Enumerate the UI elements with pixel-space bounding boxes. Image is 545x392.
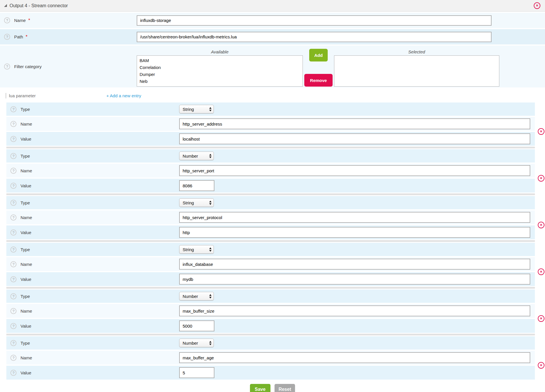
help-icon[interactable] — [10, 323, 16, 329]
name-label: Name — [21, 122, 32, 126]
delete-entry-icon[interactable] — [538, 175, 544, 182]
type-label: Type — [21, 154, 30, 158]
listbox-option[interactable]: BAM — [140, 57, 303, 64]
type-select[interactable]: String — [179, 105, 214, 113]
name-label: Name — [21, 309, 32, 313]
type-select[interactable]: String — [179, 198, 214, 207]
type-label: Type — [21, 200, 30, 205]
param-value-input[interactable] — [179, 367, 214, 378]
name-row: Name — [6, 117, 535, 131]
group-separator — [6, 287, 535, 289]
add-button[interactable]: Add — [309, 49, 328, 61]
reset-button[interactable]: Reset — [275, 384, 295, 392]
select-arrows-icon — [209, 294, 212, 298]
select-arrows-icon — [209, 201, 212, 205]
lua-parameter-bar: lua parameter + Add a new entry — [0, 89, 545, 102]
name-label: Name — [21, 355, 32, 360]
select-arrows-icon — [209, 247, 212, 252]
value-row: Value — [6, 319, 535, 333]
add-new-entry-link[interactable]: + Add a new entry — [106, 93, 141, 98]
type-select[interactable]: String — [179, 245, 214, 254]
listbox-option[interactable]: Dumper — [140, 71, 303, 78]
help-icon[interactable] — [10, 293, 16, 299]
form-actions: Save Reset — [0, 384, 545, 392]
param-name-input[interactable] — [179, 165, 530, 176]
available-column: Available BAM Correlation Dumper Neb Sto… — [137, 48, 303, 87]
delete-entry-icon[interactable] — [538, 315, 544, 322]
type-row: Type String — [6, 243, 535, 256]
parameter-group: Type Number Name Value — [6, 336, 535, 380]
value-row: Value — [6, 179, 535, 193]
path-field-row: Path * — [0, 29, 545, 44]
help-icon[interactable] — [4, 64, 10, 70]
value-label: Value — [21, 183, 31, 188]
value-row: Value — [6, 272, 535, 286]
param-value-input[interactable] — [179, 274, 530, 285]
required-asterisk: * — [28, 18, 30, 23]
delete-entry-icon[interactable] — [538, 128, 544, 135]
help-icon[interactable] — [10, 168, 16, 174]
delete-entry-icon[interactable] — [538, 268, 544, 275]
collapse-icon[interactable] — [4, 4, 7, 7]
selected-header: Selected — [334, 48, 499, 55]
name-row: Name — [6, 304, 535, 318]
delete-entry-icon[interactable] — [538, 362, 544, 369]
help-icon[interactable] — [10, 183, 16, 189]
listbox-option[interactable]: Storage — [140, 85, 303, 87]
help-icon[interactable] — [10, 247, 16, 253]
help-icon[interactable] — [10, 214, 16, 221]
help-icon[interactable] — [10, 200, 16, 206]
type-select[interactable]: Number — [179, 152, 214, 160]
group-separator — [6, 193, 535, 195]
top-fields: Name * Path * Filter category Available … — [0, 13, 545, 87]
type-row: Type String — [6, 196, 535, 209]
param-value-input[interactable] — [179, 320, 214, 331]
help-icon[interactable] — [10, 229, 16, 236]
type-label: Type — [21, 294, 30, 299]
help-icon[interactable] — [10, 121, 16, 127]
name-input[interactable] — [137, 15, 492, 26]
name-field-label: Name — [14, 18, 26, 23]
help-icon[interactable] — [10, 370, 16, 376]
help-icon[interactable] — [10, 340, 16, 346]
parameter-group: Type String Name Value — [6, 243, 535, 286]
help-icon[interactable] — [10, 136, 16, 142]
param-value-input[interactable] — [179, 133, 530, 144]
panel-close-icon[interactable] — [534, 2, 540, 9]
panel-header: Output 4 - Stream connector — [0, 0, 545, 12]
listbox-option[interactable]: Correlation — [140, 64, 303, 71]
filter-category-label-col: Filter category — [0, 64, 137, 70]
selected-listbox[interactable] — [334, 55, 499, 87]
help-icon[interactable] — [4, 17, 10, 23]
param-name-input[interactable] — [179, 305, 530, 316]
help-icon[interactable] — [10, 153, 16, 159]
type-select[interactable]: Number — [179, 339, 214, 347]
path-input[interactable] — [137, 32, 492, 42]
param-value-input[interactable] — [179, 180, 214, 191]
listbox-option[interactable]: Neb — [140, 78, 303, 85]
save-button[interactable]: Save — [250, 384, 270, 392]
type-label: Type — [21, 107, 30, 112]
available-listbox[interactable]: BAM Correlation Dumper Neb Storage — [137, 55, 303, 87]
help-icon[interactable] — [10, 261, 16, 267]
help-icon[interactable] — [4, 34, 10, 40]
type-select[interactable]: Number — [179, 292, 214, 300]
param-name-input[interactable] — [179, 259, 530, 270]
param-name-input[interactable] — [179, 118, 530, 129]
help-icon[interactable] — [10, 355, 16, 361]
type-row: Type String — [6, 102, 535, 116]
remove-button[interactable]: Remove — [304, 74, 333, 87]
param-name-input[interactable] — [179, 212, 530, 223]
value-label: Value — [21, 370, 31, 375]
group-separator — [6, 147, 535, 148]
param-name-input[interactable] — [179, 352, 530, 363]
help-icon[interactable] — [10, 276, 16, 282]
parameter-group: Type Number Name Value — [6, 149, 535, 193]
delete-entry-icon[interactable] — [538, 222, 544, 228]
type-row: Type Number — [6, 290, 535, 303]
help-icon[interactable] — [10, 106, 16, 112]
help-icon[interactable] — [10, 308, 16, 314]
param-value-input[interactable] — [179, 227, 530, 238]
path-field-label: Path — [14, 34, 23, 39]
filter-category-content: Available BAM Correlation Dumper Neb Sto… — [137, 46, 499, 87]
